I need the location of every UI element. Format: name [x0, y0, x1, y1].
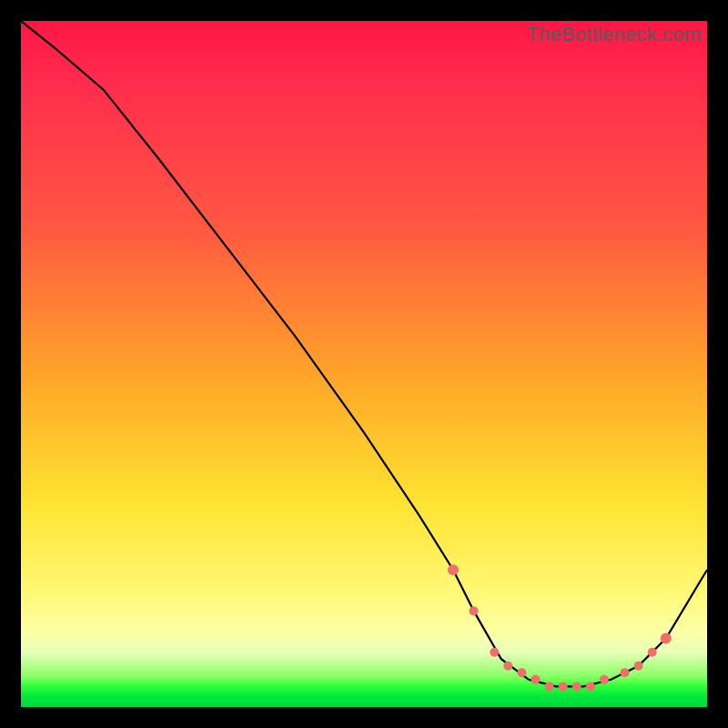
markers-group [448, 564, 672, 691]
marker-dot [531, 675, 541, 684]
marker-dot [621, 668, 630, 677]
chart-frame: TheBottleneck.com [0, 0, 728, 728]
watermark-text: TheBottleneck.com [527, 23, 702, 46]
marker-dot [448, 564, 459, 575]
marker-dot [470, 606, 479, 615]
marker-dot [545, 682, 554, 691]
marker-dot [572, 682, 581, 691]
marker-dot [559, 682, 568, 691]
marker-dot [517, 668, 526, 677]
marker-dot [490, 648, 499, 657]
curve-layer [21, 21, 707, 707]
marker-dot [648, 648, 657, 657]
marker-dot [661, 633, 672, 644]
series-curve [21, 21, 707, 686]
marker-dot [586, 682, 595, 691]
plot-area: TheBottleneck.com [21, 21, 707, 707]
marker-dot [634, 662, 643, 671]
marker-dot [600, 675, 609, 684]
marker-dot [503, 662, 512, 671]
line-curve [21, 21, 707, 686]
